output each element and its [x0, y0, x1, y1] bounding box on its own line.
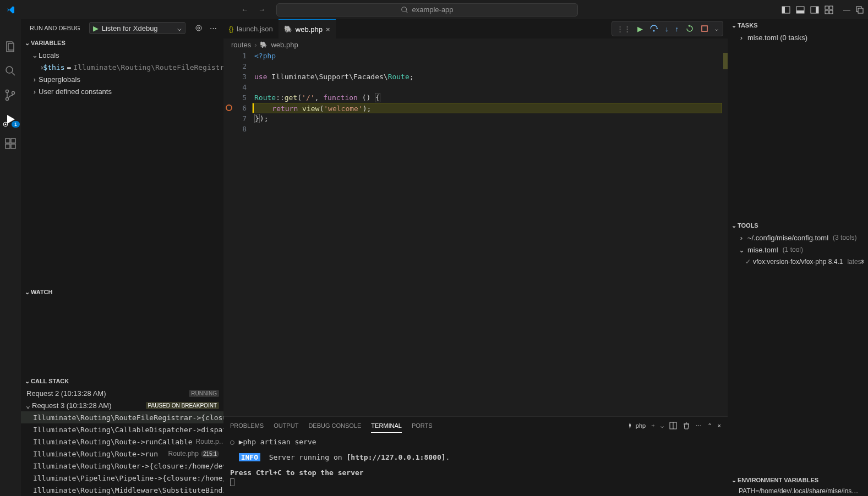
gear-icon[interactable]: [194, 24, 203, 32]
stop-button[interactable]: [701, 25, 708, 32]
tasks-item-label: mise.toml (0 tasks): [747, 34, 807, 42]
tool-version-item[interactable]: ✓ vfox:version-fox/vfox-php 8.4.1 latest…: [728, 256, 868, 268]
terminal-shell-selector[interactable]: php: [626, 422, 646, 429]
tools-header[interactable]: ⌄ TOOLS: [728, 219, 868, 232]
code-content[interactable]: <?php use Illuminate\Support\Facades\Rou…: [252, 51, 722, 416]
nav-forward-icon[interactable]: →: [258, 5, 265, 14]
chevron-down-icon: ⌄: [24, 401, 32, 410]
chevron-down-icon: ⌄: [730, 22, 738, 29]
step-into-button[interactable]: ↓: [665, 25, 669, 33]
tool-mise-item[interactable]: ⌄ mise.toml (1 tool): [728, 244, 868, 256]
panel-tab-problems[interactable]: PROBLEMS: [230, 419, 264, 432]
split-terminal-icon[interactable]: [669, 422, 677, 429]
terminal-body[interactable]: ○ ▶php artisan serve INFO Server running…: [223, 434, 728, 496]
stack-frame-1[interactable]: Illuminate\Routing\CallableDispatcher->d…: [21, 423, 223, 436]
breakpoint-icon[interactable]: [226, 104, 232, 111]
tab-web-php[interactable]: 🐘 web.php ×: [279, 19, 336, 38]
svg-point-26: [198, 27, 200, 29]
close-icon[interactable]: ×: [861, 258, 865, 266]
command-center[interactable]: example-app: [276, 3, 578, 16]
breadcrumb-file[interactable]: web.php: [271, 41, 298, 49]
user-constants-item[interactable]: › User defined constants: [21, 85, 223, 97]
terminal-panel: PROBLEMS OUTPUT DEBUG CONSOLE TERMINAL P…: [223, 416, 728, 496]
tab-launch-json[interactable]: {} launch.json: [223, 19, 279, 38]
variables-header[interactable]: ⌄ VARIABLES: [21, 37, 223, 49]
activity-run-debug[interactable]: 1: [4, 113, 17, 126]
chevron-down-icon: ⌄: [730, 222, 738, 229]
callstack-request-3[interactable]: ⌄ Request 3 (10:13:28 AM) PAUSED ON BREA…: [21, 399, 223, 411]
breadcrumb-routes[interactable]: routes: [231, 41, 251, 49]
locals-item[interactable]: ⌄ Locals: [21, 49, 223, 61]
layout-customize-icon[interactable]: [825, 5, 833, 14]
env-var-item[interactable]: PATH=/home/dev/.local/share/mise/ins…: [728, 486, 868, 496]
svg-rect-3: [782, 7, 785, 13]
continue-button[interactable]: ▶: [637, 25, 643, 33]
env-var-text: PATH=/home/dev/.local/share/mise/ins…: [739, 487, 858, 495]
layout-sidebar-right-icon[interactable]: [810, 5, 819, 14]
debug-badge: 1: [12, 121, 20, 128]
breadcrumb[interactable]: routes › 🐘 web.php: [223, 38, 728, 51]
maximize-icon[interactable]: [856, 6, 864, 14]
nav-back-icon[interactable]: ←: [241, 5, 248, 14]
panel-tab-debug-console[interactable]: DEBUG CONSOLE: [308, 419, 361, 432]
callstack-request-2[interactable]: Request 2 (10:13:28 AM) RUNNING: [21, 387, 223, 399]
env-header[interactable]: ⌄ ENVIRONMENT VARIABLES: [728, 474, 868, 486]
debug-config-selector[interactable]: ▶ Listen for Xdebug ⌵: [89, 22, 185, 34]
stack-frame-0[interactable]: Illuminate\Routing\RouteFileRegistrar->{…: [21, 411, 223, 423]
activity-explorer[interactable]: [4, 40, 17, 53]
close-icon[interactable]: ×: [326, 25, 330, 34]
tasks-item[interactable]: › mise.toml (0 tasks): [728, 31, 868, 43]
gear-overlay-icon: [2, 121, 9, 128]
config-name: Listen for Xdebug: [102, 24, 177, 32]
close-icon[interactable]: ×: [718, 422, 721, 429]
userconst-label: User defined constants: [39, 87, 112, 96]
chevron-down-icon[interactable]: ⌵: [715, 26, 718, 32]
layout-sidebar-left-icon[interactable]: [782, 5, 790, 14]
chevron-right-icon: ›: [31, 75, 39, 84]
panel-tab-ports[interactable]: PORTS: [412, 419, 433, 432]
minimap[interactable]: [722, 51, 728, 416]
stack-frame-6[interactable]: Illuminate\Routing\Middleware\Substitute…: [21, 484, 223, 496]
stack-frame-5[interactable]: Illuminate\Pipeline\Pipeline->{closure:/…: [21, 472, 223, 484]
frame-text: Illuminate\Routing\CallableDispatcher->d…: [33, 426, 223, 434]
code-token: return: [272, 104, 298, 113]
svg-point-20: [5, 124, 7, 125]
chevron-right-icon: ›: [31, 87, 39, 96]
superglobals-label: Superglobals: [39, 75, 80, 84]
stack-frame-2[interactable]: Illuminate\Routing\Route->runCallable Ro…: [21, 436, 223, 448]
layout-panel-icon[interactable]: [796, 5, 805, 14]
drag-handle-icon[interactable]: ⋮⋮: [616, 25, 631, 33]
step-out-button[interactable]: ↑: [675, 25, 679, 33]
req3-status: PAUSED ON BREAKPOINT: [146, 402, 219, 409]
variable-this[interactable]: › $this = Illuminate\Routing\RouteFileRe…: [21, 61, 223, 73]
git-branch-icon: [4, 89, 17, 102]
tool2-count: (1 tool): [783, 246, 803, 253]
stack-frame-3[interactable]: Illuminate\Routing\Route->run Route.php …: [21, 448, 223, 460]
svg-rect-28: [702, 26, 707, 31]
panel-tab-output[interactable]: OUTPUT: [274, 419, 298, 432]
more-icon[interactable]: ⋯: [696, 422, 702, 429]
code-editor[interactable]: 12345 6 78 <?php use Illuminate\Support\…: [223, 51, 728, 416]
tasks-header[interactable]: ⌄ TASKS: [728, 19, 868, 31]
watch-header[interactable]: ⌄ WATCH: [21, 286, 223, 298]
restart-button[interactable]: [685, 24, 694, 33]
stack-frame-4[interactable]: Illuminate\Routing\Router->{closure:/hom…: [21, 460, 223, 472]
activity-search[interactable]: [4, 64, 17, 78]
trash-icon[interactable]: [683, 422, 690, 429]
callstack-header[interactable]: ⌄ CALL STACK: [21, 375, 223, 387]
chevron-down-icon: ⌄: [730, 477, 738, 484]
activity-source-control[interactable]: [4, 89, 17, 102]
minimize-icon[interactable]: —: [843, 5, 850, 14]
new-terminal-icon[interactable]: +: [651, 422, 654, 429]
step-over-button[interactable]: [649, 24, 658, 33]
tool-version-label: vfox:version-fox/vfox-php 8.4.1: [753, 258, 843, 266]
more-icon[interactable]: ⋯: [210, 24, 217, 32]
activity-extensions[interactable]: [4, 137, 17, 150]
chevron-down-icon[interactable]: ⌵: [660, 423, 664, 429]
svg-rect-10: [825, 10, 828, 14]
panel-tab-terminal[interactable]: TERMINAL: [371, 419, 402, 433]
superglobals-item[interactable]: › Superglobals: [21, 73, 223, 85]
tool-config-item[interactable]: › ~/.config/mise/config.toml (3 tools): [728, 232, 868, 244]
svg-point-14: [6, 67, 13, 73]
chevron-up-icon[interactable]: ⌃: [707, 422, 712, 429]
